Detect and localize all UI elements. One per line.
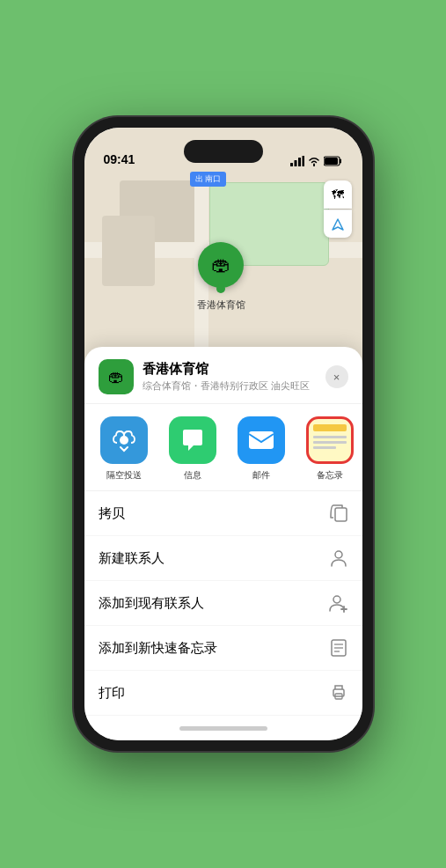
action-add-notes-label: 添加到新快速备忘录 [99,640,217,657]
home-indicator [179,726,267,731]
dynamic-island [184,140,263,163]
svg-rect-1 [294,160,296,166]
svg-rect-0 [290,163,293,166]
map-label: 出 南口 [190,172,227,187]
map-layers-button[interactable]: 🗺 [324,180,352,209]
svg-rect-9 [335,508,347,521]
svg-rect-5 [325,158,338,165]
svg-point-11 [333,596,340,603]
notes-top-bar [313,424,347,431]
status-icons [290,156,343,166]
phone-frame: 09:41 [74,117,373,751]
svg-marker-6 [333,219,343,230]
action-add-notes[interactable]: 添加到新快速备忘录 [84,626,362,671]
map-location-button[interactable] [324,210,352,238]
action-print-label: 打印 [99,685,125,702]
svg-point-7 [120,436,128,445]
person-plus-icon [329,593,348,613]
notes-icon-wrap [306,416,354,464]
location-arrow-icon [332,218,344,231]
share-messages[interactable]: 信息 [162,416,223,482]
wifi-icon [308,157,320,166]
venue-name: 香港体育馆 [143,361,325,378]
home-indicator-area [84,716,362,740]
venue-icon: 🏟 [99,359,134,394]
pin-label: 香港体育馆 [197,298,245,312]
battery-icon [324,156,343,166]
venue-emoji: 🏟 [108,368,124,386]
map-block-left [102,216,155,286]
bottom-sheet: 🏟 香港体育馆 综合体育馆・香港特别行政区 油尖旺区 × [84,347,362,740]
copy-icon [329,504,348,523]
notes-line-2 [313,441,347,444]
airdrop-icon-wrap [100,416,148,464]
signal-icon [290,156,304,166]
print-icon [329,683,348,702]
map-controls: 🗺 [324,180,352,238]
notes-inner [309,419,351,461]
phone-screen: 09:41 [84,128,362,740]
status-time: 09:41 [104,152,135,166]
action-add-existing[interactable]: 添加到现有联系人 [84,581,362,626]
messages-label: 信息 [184,469,201,482]
svg-rect-8 [249,431,274,449]
messages-icon-wrap [169,416,216,464]
svg-rect-3 [302,156,304,166]
action-copy[interactable]: 拷贝 [84,491,362,536]
action-list: 拷贝 新建联系人 添加到现有联系人 [84,491,362,716]
share-mail[interactable]: 邮件 [230,416,292,482]
messages-icon [179,428,206,452]
svg-point-10 [335,551,342,558]
note-icon [329,638,348,658]
venue-pin[interactable]: 🏟 香港体育馆 [197,242,245,312]
close-button[interactable]: × [325,365,348,388]
notes-line-3 [313,446,337,449]
notes-label: 备忘录 [317,469,343,482]
pin-circle: 🏟 [198,242,244,288]
action-add-existing-label: 添加到现有联系人 [99,595,204,612]
venue-info: 香港体育馆 综合体育馆・香港特别行政区 油尖旺区 [143,361,325,393]
action-new-contact-label: 新建联系人 [99,550,165,567]
airdrop-label: 隔空投送 [106,469,142,482]
airdrop-icon [112,428,136,452]
svg-rect-2 [298,158,301,166]
pin-emoji: 🏟 [211,254,230,276]
share-airdrop[interactable]: 隔空投送 [93,416,155,482]
mail-icon [248,430,274,450]
action-new-contact[interactable]: 新建联系人 [84,536,362,581]
share-row: 隔空投送 信息 [84,404,362,491]
mail-icon-wrap [238,416,285,464]
venue-description: 综合体育馆・香港特别行政区 油尖旺区 [143,379,325,393]
action-print[interactable]: 打印 [84,671,362,716]
venue-header: 🏟 香港体育馆 综合体育馆・香港特别行政区 油尖旺区 × [84,347,362,404]
notes-line-1 [313,436,347,438]
person-icon [329,548,348,568]
action-copy-label: 拷贝 [99,505,125,522]
share-notes[interactable]: 备忘录 [299,416,361,482]
mail-label: 邮件 [252,469,270,482]
